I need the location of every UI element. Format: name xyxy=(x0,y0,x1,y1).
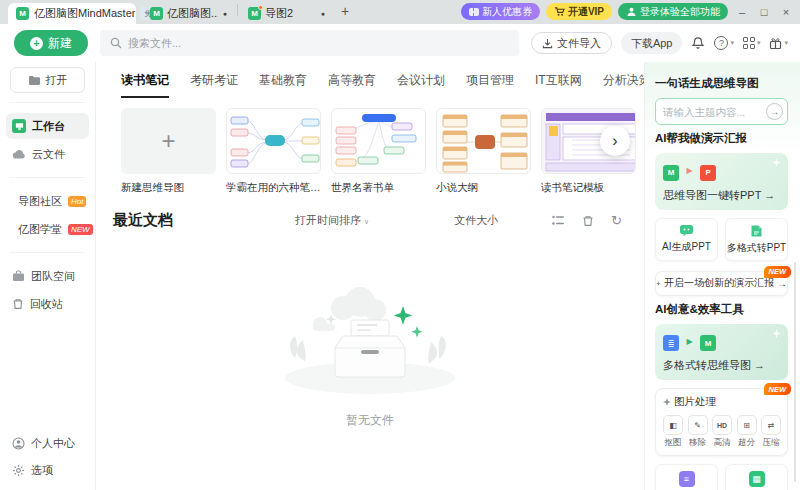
trash-button[interactable] xyxy=(582,215,594,227)
tool-remove[interactable]: ✎移除 xyxy=(688,415,708,449)
titlebar: M 亿图脑图MindMaster 免费 M 亿图脑图...更新内容 ● M 导图… xyxy=(0,0,800,24)
template-card-book-list[interactable]: 世界名著书单 xyxy=(331,108,426,195)
multi-format-to-ppt-button[interactable]: 多格式转PPT xyxy=(725,218,788,261)
image-processing-card: NEW 图片处理 ◧抠图 ✎移除 HD高清 ⊞超分 ⇄压缩 xyxy=(655,388,788,456)
tab-basic-education[interactable]: 基础教育 xyxy=(259,72,307,98)
file-import-button[interactable]: 文件导入 xyxy=(531,32,612,54)
search-bar[interactable] xyxy=(100,30,519,56)
download-app-button[interactable]: 下载App xyxy=(621,32,683,54)
app-task-board[interactable]: ▦任务看板 xyxy=(725,464,788,490)
sparkle-icon xyxy=(772,158,781,167)
briefcase-icon xyxy=(12,270,25,282)
import-icon xyxy=(542,38,553,49)
sidebar-item-academy[interactable]: 亿图学堂 NEW xyxy=(6,216,89,242)
search-input[interactable] xyxy=(128,37,509,49)
sidebar-item-options[interactable]: 选项 xyxy=(6,457,89,483)
tool-upscale[interactable]: ⊞超分 xyxy=(737,415,757,449)
new-tab-button[interactable]: + xyxy=(333,3,357,22)
tab-it-internet[interactable]: IT互联网 xyxy=(535,72,582,98)
file-size-column[interactable]: 文件大小 xyxy=(454,213,498,228)
mindmap-to-ppt-card[interactable]: M ▶ P 思维导图一键转PPT → xyxy=(655,153,788,210)
close-button[interactable]: × xyxy=(778,6,794,18)
arrow-icon: → xyxy=(754,359,765,371)
outline-notes-icon: ≡ xyxy=(679,471,695,487)
new-document-button[interactable]: + 新建 xyxy=(14,30,88,56)
tab-analysis-decision[interactable]: 分析决策 xyxy=(603,72,644,98)
new-badge: NEW xyxy=(68,224,93,235)
ai-generate-ppt-button[interactable]: AI生成PPT xyxy=(655,218,718,261)
plus-icon: + xyxy=(30,37,43,50)
mindmap-doc-icon: M xyxy=(663,165,679,181)
topic-input[interactable] xyxy=(663,106,766,118)
tab-meeting-plan[interactable]: 会议计划 xyxy=(397,72,445,98)
new-badge: NEW xyxy=(764,266,792,278)
minimize-button[interactable]: – xyxy=(734,6,750,18)
notifications-button[interactable] xyxy=(691,36,705,50)
recent-documents-bar: 最近文档 打开时间排序 ∨ 文件大小 ↻ xyxy=(96,195,644,230)
apps-menu-button[interactable]: ▾ xyxy=(743,37,761,49)
tab-document-2[interactable]: M 导图2 ● xyxy=(240,3,333,24)
ai-panel: 一句话生成思维导图 → AI帮我做演示汇报 M ▶ P 思维导图一键转PPT →… xyxy=(644,62,800,490)
innovative-presentation-button[interactable]: 开启一场创新的演示汇报 → NEW xyxy=(655,271,788,296)
topic-input-box[interactable]: → xyxy=(655,98,788,125)
sort-dropdown[interactable]: 打开时间排序 ∨ xyxy=(295,213,369,228)
tab-exam-prep[interactable]: 考研考证 xyxy=(190,72,238,98)
tool-hd[interactable]: HD高清 xyxy=(712,415,732,449)
login-button[interactable]: 登录体验全部功能 xyxy=(618,3,728,20)
help-menu-button[interactable]: ? ▾ xyxy=(714,36,734,50)
task-board-icon: ▦ xyxy=(749,471,765,487)
sidebar-footer: 个人中心 选项 xyxy=(0,429,95,484)
sidebar-item-recycle-bin[interactable]: 回收站 xyxy=(6,291,89,317)
category-tabs: 读书笔记 考研考证 基础教育 高等教育 会议计划 项目管理 IT互联网 分析决策 xyxy=(96,62,644,98)
image-processing-title: 图片处理 xyxy=(674,395,716,409)
generate-section-title: 一句话生成思维导图 xyxy=(655,76,788,91)
more-templates-button[interactable]: › xyxy=(600,126,630,156)
file-doc-icon: ≣ xyxy=(663,335,679,351)
unsaved-dot: ● xyxy=(321,10,325,17)
remove-icon: ✎ xyxy=(688,415,708,435)
tab-document-2-label: 导图2 xyxy=(265,6,293,21)
sparkle-icon xyxy=(772,329,781,338)
newcomer-coupon-button[interactable]: 新人优惠券 xyxy=(461,3,540,20)
toolbar: + 新建 文件导入 下载App ? ▾ ▾ xyxy=(0,24,800,62)
gift-menu-button[interactable]: ▾ xyxy=(769,37,788,50)
upscale-icon: ⊞ xyxy=(737,415,757,435)
divider xyxy=(10,102,85,103)
sidebar: 打开 工作台 云文件 导图社区 Hot 亿图学堂 NEW xyxy=(0,62,96,490)
tools-section-title: AI创意&效率工具 xyxy=(655,302,788,317)
tab-reading-notes[interactable]: 读书笔记 xyxy=(121,72,169,98)
template-card-note-methods[interactable]: 学霸在用的六种笔记法 xyxy=(226,108,321,195)
maximize-button[interactable]: □ xyxy=(756,6,772,18)
new-badge: NEW xyxy=(764,383,792,395)
view-toggle-button[interactable] xyxy=(552,215,565,226)
template-cards: + 新建思维导图 xyxy=(96,98,644,195)
tab-project-management[interactable]: 项目管理 xyxy=(466,72,514,98)
sidebar-item-cloud-files[interactable]: 云文件 xyxy=(6,141,89,167)
open-file-button[interactable]: 打开 xyxy=(10,67,85,93)
app-outline-notes[interactable]: ≡大纲笔记 xyxy=(655,464,718,490)
template-card-new[interactable]: + 新建思维导图 xyxy=(121,108,216,195)
tool-cutout[interactable]: ◧抠图 xyxy=(663,415,683,449)
refresh-button[interactable]: ↻ xyxy=(611,213,622,228)
sidebar-item-personal-center[interactable]: 个人中心 xyxy=(6,430,89,456)
unsaved-dot: ● xyxy=(223,10,227,17)
panel-scrollbar[interactable] xyxy=(794,262,796,482)
tab-document-1-label: 亿图脑图...更新内容 xyxy=(167,6,218,21)
workbench-icon xyxy=(12,119,26,133)
tab-separator xyxy=(237,4,238,16)
submit-arrow-button[interactable]: → xyxy=(766,103,783,120)
vip-button[interactable]: 开通VIP xyxy=(546,3,612,20)
recent-documents-title: 最近文档 xyxy=(113,211,173,230)
sidebar-item-team-space[interactable]: 团队空间 xyxy=(6,263,89,289)
doc-logo-icon: M xyxy=(150,7,163,20)
user-icon xyxy=(626,6,637,17)
tab-document-1[interactable]: M 亿图脑图...更新内容 ● xyxy=(142,3,235,24)
tool-compress[interactable]: ⇄压缩 xyxy=(761,415,781,449)
template-card-novel-outline[interactable]: 小说大纲 xyxy=(436,108,531,195)
multi-format-to-mindmap-card[interactable]: ≣ ▶ M 多格式转思维导图 → xyxy=(655,324,788,381)
trash-icon xyxy=(12,298,24,310)
sidebar-item-workbench[interactable]: 工作台 xyxy=(6,113,89,139)
sidebar-item-community[interactable]: 导图社区 Hot xyxy=(6,188,89,214)
tab-home[interactable]: M 亿图脑图MindMaster 免费 xyxy=(8,3,136,24)
tab-higher-education[interactable]: 高等教育 xyxy=(328,72,376,98)
